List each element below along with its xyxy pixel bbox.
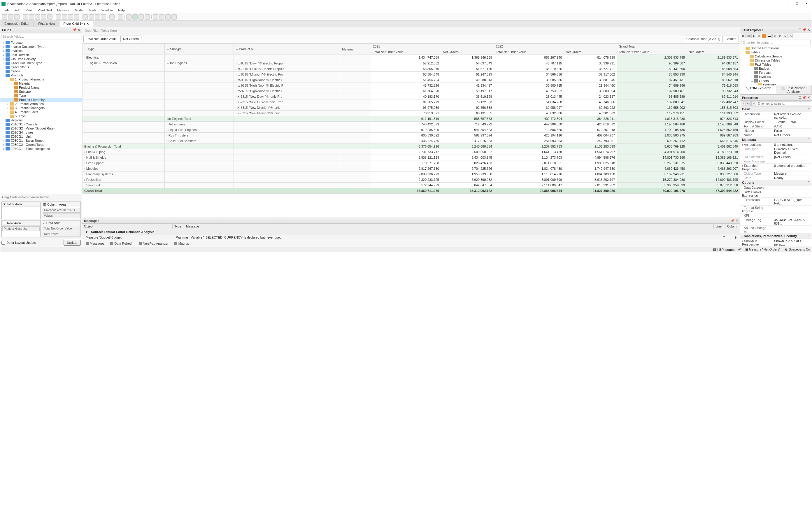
row-label[interactable] (83, 110, 165, 116)
tree-node[interactable]: ›Order Document Type (0, 61, 82, 65)
data-cell[interactable]: 34.569.086 (494, 72, 564, 77)
row-label[interactable] (165, 55, 234, 60)
row-label[interactable] (340, 60, 371, 66)
data-cell[interactable]: 679.207.918 (564, 127, 617, 133)
prop-category[interactable]: Basic⌃ (740, 107, 812, 112)
data-cell[interactable]: 21.827.300.226 (564, 188, 617, 194)
row-label[interactable] (340, 83, 371, 88)
row-label[interactable]: › Solid Fuel Boosters (165, 138, 234, 144)
tree-node[interactable]: ›Invoices (740, 75, 812, 79)
toolbar-button[interactable]: Ⅲ (772, 33, 777, 38)
row-label[interactable] (165, 83, 234, 88)
row-label[interactable]: Grand Total (83, 188, 165, 194)
data-cell[interactable]: 1.366.346.689 (441, 55, 494, 60)
row-label[interactable] (234, 171, 340, 177)
data-cell[interactable]: 96.975.239 (371, 105, 441, 110)
prop-row[interactable]: Data TypeCurrency / Fixed Decimal... (740, 147, 812, 155)
tree-node[interactable]: ⌄Orders (740, 79, 812, 83)
tree-node[interactable]: ›Z01CG2 - Value (Budget Rate) (0, 126, 82, 131)
data-cell[interactable]: 974.326.513 (687, 116, 740, 121)
toolbar-button[interactable] (153, 14, 158, 19)
row-label[interactable] (340, 121, 371, 127)
toolbar-button[interactable]: ▦ (741, 33, 745, 38)
toolbar-button[interactable] (101, 14, 106, 19)
data-cell[interactable]: 61.764.820 (371, 88, 441, 94)
drop-filter-hint[interactable]: Drop Filter Fields Here (82, 27, 740, 34)
row-label[interactable] (83, 83, 165, 88)
row-label[interactable] (340, 88, 371, 94)
tree-node[interactable]: ⌄Products (0, 73, 82, 77)
tree-node[interactable]: ›4. Product Facts (0, 110, 82, 114)
menu-model[interactable]: Model (72, 8, 86, 12)
data-cell[interactable]: 1.959.739.988 (441, 171, 494, 177)
data-cell[interactable]: 814.078.799 (564, 55, 617, 60)
column-area[interactable]: ▥Column Area Calendar Year (ie 2021) Val… (42, 201, 81, 219)
row-label[interactable] (165, 183, 234, 188)
toolbar-button[interactable] (762, 33, 766, 38)
prop-row[interactable]: KPI (740, 214, 812, 218)
data-cell[interactable]: 59.197.917 (441, 88, 494, 94)
data-cell[interactable]: 8.808.121.113 (371, 155, 441, 160)
tree-node[interactable]: ›Forecast (740, 71, 812, 75)
data-cell[interactable]: 51.454.794 (371, 77, 441, 83)
toolbar-button[interactable]: ▬ (767, 33, 772, 38)
row-label[interactable] (165, 177, 234, 183)
row-label[interactable] (340, 66, 371, 72)
data-cell[interactable]: 3.375.054.926 (371, 144, 441, 149)
data-cell[interactable]: 51.571.150 (441, 66, 494, 72)
data-cell[interactable]: 2.189.833.571 (687, 55, 740, 60)
data-cell[interactable]: 39.083.054 (564, 88, 617, 94)
data-cell[interactable]: 1.115.814.776 (494, 171, 564, 177)
doc-tab[interactable]: What's New (34, 21, 59, 27)
col-header[interactable]: Total Net Order Value (494, 49, 564, 55)
data-cell[interactable]: 1.824.078.430 (494, 166, 564, 171)
row-label[interactable] (340, 177, 371, 183)
data-cell[interactable]: 41.934.497 (441, 83, 494, 88)
menu-view[interactable]: View (23, 8, 35, 12)
close-button[interactable]: ✕ (802, 1, 811, 7)
row-label[interactable] (83, 116, 165, 121)
prop-row[interactable]: › Format String#,##0 (740, 124, 812, 129)
toolbar-button[interactable] (62, 14, 67, 19)
data-cell[interactable]: 582.937.694 (441, 133, 494, 138)
tree-node[interactable]: ›Z01CG1 - Quantity (0, 122, 82, 126)
fields-search-input[interactable]: Search fields... (1, 34, 81, 39)
col-header[interactable]: Grand Total (617, 44, 740, 49)
toolbar-button[interactable]: ⎙ (788, 33, 793, 38)
tom-search-input[interactable]: Enter text to search... (741, 40, 811, 45)
row-label[interactable] (83, 99, 165, 105)
data-cell[interactable]: 33.881.545 (564, 77, 617, 83)
area-item[interactable]: Net Orders (42, 232, 80, 237)
row-label[interactable]: › X-8315 "New Midnight"® Ionic (234, 105, 340, 110)
data-cell[interactable]: 111.933.652 (687, 110, 740, 116)
toolbar-button[interactable] (2, 14, 7, 19)
prop-row[interactable]: Format String Expressi... (740, 205, 812, 214)
row-label[interactable] (165, 88, 234, 94)
data-cell[interactable]: 3.240.660.854 (441, 144, 494, 149)
props-search-input[interactable] (756, 101, 811, 106)
data-cell[interactable]: 5.638.769.925 (617, 144, 687, 149)
data-cell[interactable]: 3.172.744.999 (371, 183, 441, 188)
row-label[interactable] (234, 183, 340, 188)
bottom-tab[interactable]: VertiPaq Analyzer (136, 241, 171, 246)
toolbar-button[interactable]: ↗ (751, 101, 756, 106)
tree-node[interactable]: Product Hierarchy (0, 98, 82, 102)
row-label[interactable] (234, 116, 340, 121)
tree-node[interactable]: ›Orders (0, 69, 82, 73)
data-cell[interactable]: 29.344.460 (564, 83, 617, 88)
tab-best-practice[interactable]: 📋 Best Practice Analyzer (776, 85, 812, 94)
data-cell[interactable]: 2.302.933.795 (617, 55, 687, 60)
data-cell[interactable]: 15.279.384.986 (617, 177, 687, 183)
data-cell[interactable]: 2.136.253.899 (564, 144, 617, 149)
row-label[interactable] (83, 133, 165, 138)
prop-row[interactable]: Lineage Tag4b34a3e0-ef13-4b57-831... (740, 218, 812, 226)
prop-row[interactable]: Error Message (740, 159, 812, 164)
maximize-button[interactable]: ☐ (793, 1, 801, 7)
row-label[interactable] (83, 88, 165, 94)
data-cell[interactable]: 4.189.273.018 (687, 149, 740, 155)
data-cell[interactable]: 62.956.097 (494, 105, 564, 110)
bottom-tab[interactable]: Macros (171, 241, 192, 246)
toolbar-button[interactable] (171, 14, 177, 19)
data-cell[interactable]: 242.793.961 (564, 138, 617, 144)
tree-node[interactable]: ›Last Refresh (0, 53, 82, 57)
